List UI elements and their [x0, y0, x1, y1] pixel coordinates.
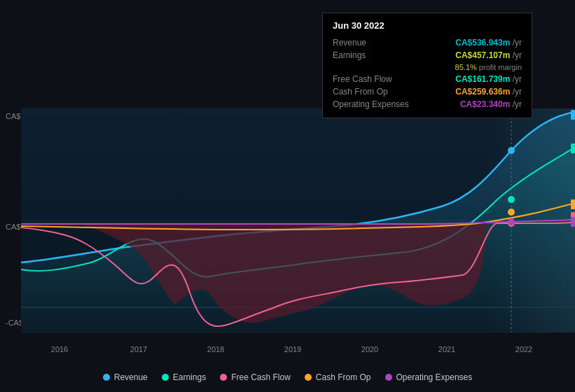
chart-container: Jun 30 2022 Revenue CA$536.943m /yr Earn…	[0, 0, 575, 392]
svg-rect-13	[571, 110, 575, 120]
legend-label-opex: Operating Expenses	[396, 372, 473, 382]
tooltip-label-opex: Operating Expenses	[333, 99, 417, 109]
chart-legend: Revenue Earnings Free Cash Flow Cash Fro…	[0, 372, 575, 382]
svg-rect-15	[571, 200, 575, 209]
tooltip-row-margin: 85.1% profit margin	[333, 62, 522, 73]
legend-item-cfo[interactable]: Cash From Op	[305, 372, 371, 382]
x-label-2020: 2020	[361, 345, 378, 354]
tooltip-value-cfo: CA$259.636m /yr	[455, 87, 522, 97]
x-label-2021: 2021	[438, 345, 455, 354]
svg-point-9	[508, 196, 515, 203]
tooltip-row-cfo: Cash From Op CA$259.636m /yr	[333, 85, 522, 98]
svg-point-8	[508, 147, 515, 154]
legend-dot-opex	[385, 374, 392, 381]
legend-dot-revenue	[103, 374, 110, 381]
tooltip-row-earnings: Earnings CA$457.107m /yr	[333, 49, 522, 62]
tooltip-label-cfo: Cash From Op	[333, 87, 417, 97]
legend-item-opex[interactable]: Operating Expenses	[385, 372, 473, 382]
tooltip-value-earnings: CA$457.107m /yr	[455, 50, 522, 60]
x-label-2022: 2022	[515, 345, 532, 354]
tooltip-label-revenue: Revenue	[333, 38, 417, 48]
legend-label-earnings: Earnings	[173, 372, 206, 382]
tooltip-row-revenue: Revenue CA$536.943m /yr	[333, 36, 522, 49]
tooltip-row-fcf: Free Cash Flow CA$161.739m /yr	[333, 73, 522, 85]
tooltip-row-opex: Operating Expenses CA$23.340m /yr	[333, 98, 522, 111]
tooltip-margin: 85.1% profit margin	[455, 63, 522, 71]
svg-point-12	[508, 218, 515, 225]
tooltip-box: Jun 30 2022 Revenue CA$536.943m /yr Earn…	[322, 13, 532, 118]
legend-item-revenue[interactable]: Revenue	[103, 372, 148, 382]
x-label-2019: 2019	[284, 345, 301, 354]
x-label-2017: 2017	[130, 345, 147, 354]
legend-label-fcf: Free Cash Flow	[231, 372, 291, 382]
chart-svg	[21, 108, 575, 332]
svg-rect-14	[571, 144, 575, 153]
svg-rect-17	[571, 217, 575, 227]
tooltip-value-opex: CA$23.340m /yr	[460, 99, 522, 109]
legend-dot-earnings	[162, 374, 169, 381]
legend-label-revenue: Revenue	[114, 372, 148, 382]
tooltip-label-earnings: Earnings	[333, 50, 417, 60]
legend-label-cfo: Cash From Op	[316, 372, 371, 382]
tooltip-label-fcf: Free Cash Flow	[333, 74, 417, 84]
tooltip-value-fcf: CA$161.739m /yr	[455, 74, 522, 84]
x-label-2018: 2018	[207, 345, 224, 354]
legend-dot-fcf	[220, 374, 227, 381]
svg-point-11	[508, 209, 515, 216]
tooltip-date: Jun 30 2022	[333, 20, 522, 31]
x-label-2016: 2016	[51, 345, 68, 354]
tooltip-value-revenue: CA$536.943m /yr	[455, 38, 522, 48]
legend-item-fcf[interactable]: Free Cash Flow	[220, 372, 291, 382]
legend-item-earnings[interactable]: Earnings	[162, 372, 206, 382]
legend-dot-cfo	[305, 374, 312, 381]
